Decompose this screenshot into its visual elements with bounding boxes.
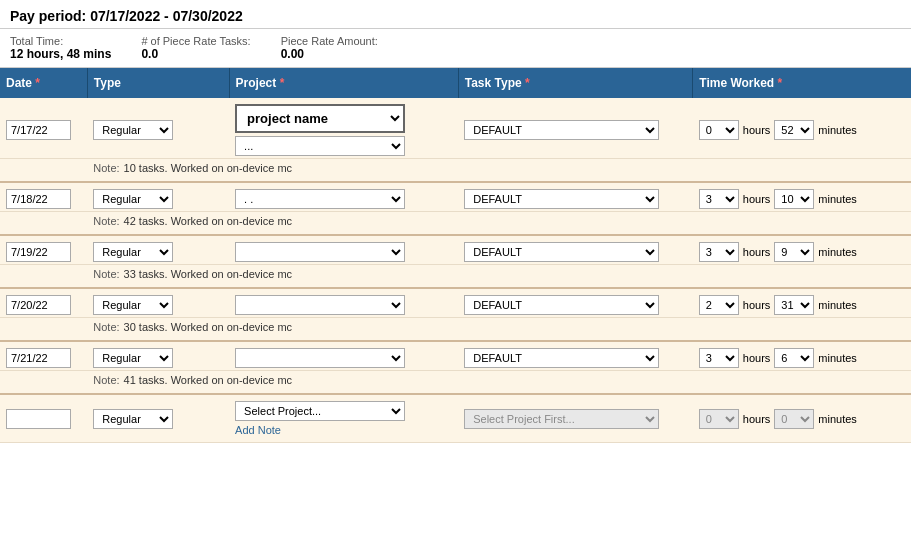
minutes-label: minutes [818,299,857,311]
note-text: 30 tasks. Worked on on-device mc [124,321,293,333]
note-label: Note: [93,374,119,386]
new-type-cell: RegularOvertimeSickVacation [87,394,229,443]
total-time-label: Total Time: [10,35,111,47]
hours-label: hours [743,299,771,311]
type-select[interactable]: RegularOvertimeSickVacation [93,348,173,368]
note-content-cell: Note:41 tasks. Worked on on-device mc [87,371,911,395]
new-minutes-select[interactable]: 0123456789101112131415161718192021222324… [774,409,814,429]
new-task-type-select[interactable]: Select Project First... [464,409,659,429]
note-row: Note:10 tasks. Worked on on-device mc [0,159,911,183]
note-row: Note:41 tasks. Worked on on-device mc [0,371,911,395]
task-type-cell: DEFAULT [458,341,693,371]
note-content-cell: Note:42 tasks. Worked on on-device mc [87,212,911,236]
piece-rate-tasks-label: # of Piece Rate Tasks: [141,35,250,47]
project-select-main[interactable]: project name [235,104,405,133]
minutes-select[interactable]: 0123456789101112131415161718192021222324… [774,348,814,368]
project-sub-select[interactable] [235,295,405,315]
date-input[interactable] [6,242,71,262]
hours-select[interactable]: 0123456789101112 [699,120,739,140]
type-select[interactable]: RegularOvertimeSickVacation [93,189,173,209]
minutes-label: minutes [818,352,857,364]
task-type-select[interactable]: DEFAULT [464,295,659,315]
table-row: RegularOvertimeSickVacationproject name.… [0,98,911,159]
note-text: 10 tasks. Worked on on-device mc [124,162,293,174]
type-cell: RegularOvertimeSickVacation [87,235,229,265]
new-minutes-label: minutes [818,413,857,425]
new-project-select[interactable]: Select Project... [235,401,405,421]
date-cell [0,235,87,265]
note-label: Note: [93,215,119,227]
hours-label: hours [743,193,771,205]
minutes-select[interactable]: 0123456789101112131415161718192021222324… [774,295,814,315]
project-sub-select[interactable] [235,348,405,368]
type-cell: RegularOvertimeSickVacation [87,288,229,318]
project-cell [229,235,458,265]
table-row: RegularOvertimeSickVacationDEFAULT012345… [0,288,911,318]
minutes-label: minutes [818,124,857,136]
new-type-select[interactable]: RegularOvertimeSickVacation [93,409,173,429]
type-select[interactable]: RegularOvertimeSickVacation [93,295,173,315]
new-hours-select[interactable]: 0123456789101112 [699,409,739,429]
time-worked-cell: 0123456789101112hours0123456789101112131… [693,98,911,159]
date-input[interactable] [6,120,71,140]
summary-bar: Total Time: 12 hours, 48 mins # of Piece… [0,28,911,68]
project-sub-select[interactable]: ... [235,136,405,156]
hours-select[interactable]: 0123456789101112 [699,189,739,209]
note-content-cell: Note:33 tasks. Worked on on-device mc [87,265,911,289]
new-task-type-cell: Select Project First... [458,394,693,443]
new-project-cell: Select Project...Add Note [229,394,458,443]
project-cell [229,341,458,371]
note-label: Note: [93,268,119,280]
task-type-cell: DEFAULT [458,98,693,159]
new-time-worked-cell: 0123456789101112hours0123456789101112131… [693,394,911,443]
header-time-worked: Time Worked * [693,68,911,98]
hours-select[interactable]: 0123456789101112 [699,242,739,262]
date-input[interactable] [6,189,71,209]
note-row: Note:42 tasks. Worked on on-device mc [0,212,911,236]
date-cell [0,182,87,212]
minutes-select[interactable]: 0123456789101112131415161718192021222324… [774,120,814,140]
project-cell [229,288,458,318]
table-row: RegularOvertimeSickVacation. .DEFAULT012… [0,182,911,212]
project-sub-select[interactable] [235,242,405,262]
new-hours-label: hours [743,413,771,425]
header-date: Date * [0,68,87,98]
task-type-select[interactable]: DEFAULT [464,242,659,262]
new-entry-row: RegularOvertimeSickVacationSelect Projec… [0,394,911,443]
table-row: RegularOvertimeSickVacationDEFAULT012345… [0,341,911,371]
project-cell: project name... [229,98,458,159]
date-cell [0,341,87,371]
minutes-select[interactable]: 0123456789101112131415161718192021222324… [774,189,814,209]
hours-select[interactable]: 0123456789101112 [699,295,739,315]
date-cell [0,288,87,318]
new-date-cell [0,394,87,443]
note-row: Note:33 tasks. Worked on on-device mc [0,265,911,289]
note-text: 41 tasks. Worked on on-device mc [124,374,293,386]
task-type-cell: DEFAULT [458,182,693,212]
date-input[interactable] [6,295,71,315]
piece-rate-amount-value: 0.00 [281,47,378,61]
time-worked-cell: 0123456789101112hours0123456789101112131… [693,182,911,212]
new-date-input[interactable] [6,409,71,429]
type-select[interactable]: RegularOvertimeSickVacation [93,120,173,140]
note-content-cell: Note:10 tasks. Worked on on-device mc [87,159,911,183]
task-type-select[interactable]: DEFAULT [464,189,659,209]
minutes-select[interactable]: 0123456789101112131415161718192021222324… [774,242,814,262]
date-input[interactable] [6,348,71,368]
hours-select[interactable]: 0123456789101112 [699,348,739,368]
minutes-label: minutes [818,193,857,205]
type-select[interactable]: RegularOvertimeSickVacation [93,242,173,262]
add-note-link[interactable]: Add Note [235,424,452,436]
pay-period-header: Pay period: 07/17/2022 - 07/30/2022 Tota… [0,0,911,68]
note-label: Note: [93,162,119,174]
note-row: Note:30 tasks. Worked on on-device mc [0,318,911,342]
hours-label: hours [743,124,771,136]
table-header: Date * Type Project * Task Type * Time W… [0,68,911,98]
time-worked-cell: 0123456789101112hours0123456789101112131… [693,235,911,265]
piece-rate-tasks-item: # of Piece Rate Tasks: 0.0 [141,35,250,61]
project-sub-select[interactable]: . . [235,189,405,209]
type-cell: RegularOvertimeSickVacation [87,98,229,159]
task-type-select[interactable]: DEFAULT [464,120,659,140]
task-type-select[interactable]: DEFAULT [464,348,659,368]
time-worked-cell: 0123456789101112hours0123456789101112131… [693,288,911,318]
